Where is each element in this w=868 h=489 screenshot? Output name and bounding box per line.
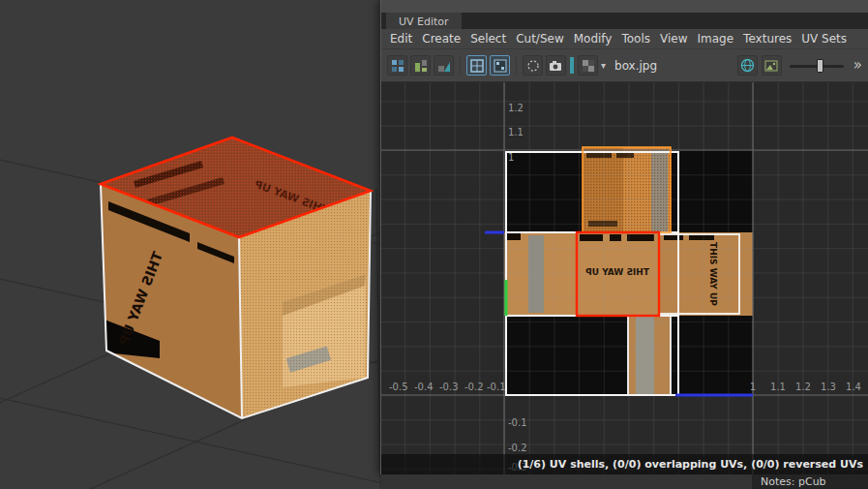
uv-canvas[interactable]: THIS WAY UP THIS WAY UP	[381, 82, 868, 474]
image-range-button[interactable]	[762, 55, 782, 76]
grid-green-icon	[414, 59, 428, 73]
bottom-strip: Notes: pCub	[381, 474, 868, 489]
menu-cut-sew[interactable]: Cut/Sew	[516, 32, 564, 46]
uv-shell-status-text: (1/6) UV shells, (0/0) overlapping UVs, …	[518, 458, 863, 471]
pixel-snap-toggle[interactable]	[490, 55, 510, 76]
camera-icon	[549, 59, 563, 73]
toggle-indicator-bar	[570, 57, 574, 74]
menu-select[interactable]: Select	[470, 32, 506, 46]
toolbar-separator	[516, 56, 517, 76]
checker-display-button[interactable]	[578, 55, 598, 76]
image-exposure-slider[interactable]	[790, 59, 844, 73]
uv-menubar: Edit Create Select Cut/Sew Modify Tools …	[381, 29, 868, 49]
triangle-teal-icon	[437, 59, 451, 73]
svg-text:-0.3: -0.3	[439, 382, 459, 392]
uv-snapshot-button[interactable]	[546, 55, 566, 76]
menu-image[interactable]: Image	[698, 32, 734, 46]
box-model[interactable]: THIS WAY UP THIS WAY UP	[97, 134, 377, 421]
maya-workspace: THIS WAY UP THIS WAY UP	[0, 0, 868, 489]
svg-text:-0.1: -0.1	[487, 382, 506, 392]
svg-text:-0.2: -0.2	[464, 382, 484, 392]
svg-text:1.1: 1.1	[508, 127, 524, 138]
image-grid-icon	[470, 59, 484, 73]
globe-icon	[740, 58, 755, 73]
expand-toolbar-icon[interactable]: »	[853, 56, 862, 74]
svg-text:-0.5: -0.5	[389, 382, 408, 392]
uv-window-frame[interactable]	[381, 0, 868, 13]
svg-text:-0.2: -0.2	[508, 443, 527, 453]
uv-distortion-button[interactable]	[434, 55, 454, 76]
menu-modify[interactable]: Modify	[574, 32, 613, 46]
uv-lattice-tool-button[interactable]	[387, 55, 407, 76]
svg-text:1.3: 1.3	[821, 382, 836, 392]
svg-text:-0.4: -0.4	[414, 382, 434, 392]
svg-text:1: 1	[750, 382, 756, 392]
notes-label[interactable]: Notes: pCub	[752, 474, 868, 489]
menu-textures[interactable]: Textures	[743, 32, 792, 46]
uv-grid	[381, 82, 868, 474]
menu-tools[interactable]: Tools	[621, 32, 650, 46]
grid-blue-icon	[391, 59, 404, 73]
svg-text:1.2: 1.2	[508, 103, 524, 113]
checker-icon	[582, 59, 595, 73]
menu-edit[interactable]: Edit	[390, 32, 412, 46]
uv-toolbar: ▾ box.jpg »	[381, 49, 868, 82]
svg-text:1.1: 1.1	[770, 382, 786, 392]
uv-statusbar: (1/6) UV shells, (0/0) overlapping UVs, …	[381, 454, 868, 474]
svg-text:1.4: 1.4	[846, 382, 861, 392]
display-image-toggle[interactable]	[466, 55, 487, 76]
menu-create[interactable]: Create	[422, 32, 461, 46]
texture-name-label[interactable]: box.jpg	[614, 59, 657, 73]
bake-texture-button[interactable]	[737, 55, 758, 76]
menu-uv-sets[interactable]: UV Sets	[801, 32, 847, 46]
texture-dropdown-arrow-icon[interactable]: ▾	[601, 61, 606, 71]
toolbar-right-cluster: »	[737, 55, 864, 76]
uv-layout-button[interactable]	[410, 55, 431, 76]
slider-handle[interactable]	[817, 59, 823, 73]
dim-image-button[interactable]	[523, 55, 543, 76]
menu-view[interactable]: View	[660, 32, 687, 46]
grid-cells-icon	[494, 59, 507, 73]
svg-text:1.2: 1.2	[795, 382, 811, 392]
uv-editor-tab[interactable]: UV Editor	[386, 13, 462, 29]
uv-editor-window: UV Editor Edit Create Select Cut/Sew Mod…	[380, 0, 868, 474]
photo-icon	[764, 59, 778, 73]
svg-text:-0.1: -0.1	[508, 417, 527, 428]
uv-view[interactable]: THIS WAY UP THIS WAY UP	[381, 82, 868, 474]
toolbar-separator	[460, 56, 461, 76]
uv-titlebar: UV Editor	[381, 13, 868, 29]
dashed-circle-icon	[526, 59, 540, 73]
svg-text:1: 1	[508, 152, 514, 163]
